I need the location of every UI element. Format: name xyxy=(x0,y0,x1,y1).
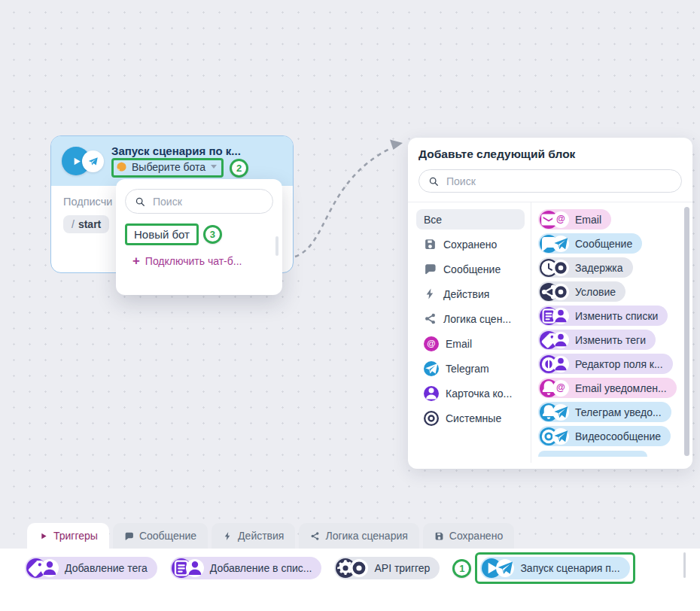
person-icon xyxy=(552,332,569,348)
lightning-icon xyxy=(223,531,233,541)
ring-icon xyxy=(350,559,368,577)
tab[interactable]: Сохранено xyxy=(423,523,514,549)
ring-icon xyxy=(552,284,569,300)
at-icon: @ xyxy=(552,211,569,228)
save-icon xyxy=(424,238,437,251)
tab[interactable]: Действия xyxy=(212,523,295,549)
telegram-icon xyxy=(496,559,514,577)
block-chip[interactable]: @ Email уведомлен... xyxy=(538,378,677,398)
tab[interactable]: Триггеры xyxy=(27,523,109,549)
step-highlight-box: Выберите бота xyxy=(111,158,224,178)
dropdown-search[interactable] xyxy=(125,189,273,214)
step-highlight-box: Добавление в спис... xyxy=(170,557,322,579)
tray-chip-group: Добавление в спис... xyxy=(170,557,322,579)
command-slash: / xyxy=(72,218,75,230)
telegram-icon xyxy=(552,236,569,252)
person-icon xyxy=(41,559,59,577)
step-highlight-box: Новый бот xyxy=(125,223,199,245)
step-highlight-box: Запуск сценария п... xyxy=(475,552,635,584)
telegram-icon xyxy=(82,150,104,172)
share-icon xyxy=(310,531,320,541)
block-chip[interactable]: Редактор поля к... xyxy=(538,354,673,374)
ring-icon xyxy=(552,260,569,276)
panel-search-input[interactable] xyxy=(445,175,672,188)
plus-icon: + xyxy=(132,255,140,268)
block-chip[interactable]: Задержка xyxy=(538,257,633,278)
tray-scrollbar[interactable] xyxy=(683,552,686,578)
target-icon xyxy=(424,411,439,426)
telegram-icon xyxy=(552,428,569,445)
lightning-icon xyxy=(424,287,437,300)
person-icon xyxy=(552,356,569,372)
panel-header: Добавьте следующий блок xyxy=(408,138,692,202)
category-item[interactable]: Системные xyxy=(416,408,525,428)
chat-bubble-icon xyxy=(424,263,437,275)
chevron-down-icon xyxy=(211,165,217,169)
block-chip[interactable]: Видеосообщение xyxy=(538,426,671,446)
block-chip-list: @ Email Сообщение Задержка Условие xyxy=(531,202,692,463)
category-item[interactable]: Все xyxy=(416,209,525,230)
flow-builder-canvas: { "colors": { "green_highlight": "#2faa5… xyxy=(0,0,700,611)
panel-title: Добавьте следующий блок xyxy=(418,147,682,161)
bot-select-popup: Новый бот 3 + Подключить чат-б... xyxy=(116,179,282,295)
at-icon: @ xyxy=(552,380,569,397)
bottom-tab-bar: Триггеры Сообщение Действия Логика сцена… xyxy=(27,523,514,549)
connect-chatbot-label: Подключить чат-б... xyxy=(145,255,242,267)
node-title: Запуск сценария по к... xyxy=(111,144,248,157)
block-chip[interactable]: Сообщение xyxy=(538,233,642,254)
person-icon xyxy=(186,559,204,577)
chat-bubble-icon xyxy=(124,531,134,541)
category-item[interactable]: Действия xyxy=(416,284,525,304)
add-block-panel: Добавьте следующий блок Все Сохранено Со… xyxy=(408,138,692,469)
play-icon xyxy=(38,531,48,541)
step-highlight-box: Добавление тега xyxy=(25,557,157,579)
bot-select-label: Выберите бота xyxy=(132,161,205,173)
share-icon xyxy=(424,312,437,325)
step-badge: 2 xyxy=(230,159,248,178)
command-text: start xyxy=(78,218,101,230)
dropdown-search-input[interactable] xyxy=(151,195,263,208)
step-badge: 1 xyxy=(452,559,471,578)
at-icon: @ xyxy=(424,336,439,351)
block-chip[interactable]: Условие xyxy=(538,281,625,302)
step-badge: 3 xyxy=(203,225,222,244)
tray-chip[interactable]: Добавление тега xyxy=(25,557,157,579)
partially-visible-chip xyxy=(538,451,647,457)
person-icon xyxy=(552,308,569,324)
person-icon xyxy=(424,386,439,401)
bot-avatar-icon xyxy=(116,161,127,172)
block-chip[interactable]: Изменить теги xyxy=(538,330,656,350)
connect-chatbot-link[interactable]: + Подключить чат-б... xyxy=(132,255,273,268)
search-icon xyxy=(428,176,439,187)
command-chip: / start xyxy=(63,215,109,233)
tray-chip-group: Добавление тега xyxy=(25,557,157,579)
panel-scrollbar[interactable] xyxy=(684,207,689,456)
tray-chip-group: API триггер xyxy=(334,557,440,579)
tray-chip[interactable]: Добавление в спис... xyxy=(170,557,322,579)
dropdown-scrollbar[interactable] xyxy=(275,236,278,256)
search-icon xyxy=(135,196,145,207)
category-item[interactable]: Telegram xyxy=(416,358,525,378)
tab[interactable]: Сообщение xyxy=(113,523,208,549)
category-item[interactable]: Логика сцен... xyxy=(416,309,525,329)
telegram-icon xyxy=(552,404,569,421)
panel-search[interactable] xyxy=(418,169,682,193)
tray-chip[interactable]: Запуск сценария п... xyxy=(480,557,629,579)
dropdown-item-new-bot[interactable]: Новый бот xyxy=(127,226,196,243)
category-item[interactable]: @ Email xyxy=(416,333,525,354)
tray-chip[interactable]: API триггер xyxy=(334,557,440,579)
step-highlight-box: API триггер xyxy=(334,557,440,579)
tab[interactable]: Логика сценария xyxy=(299,523,418,549)
block-chip[interactable]: Телеграм уведо... xyxy=(538,402,671,422)
node-icons xyxy=(62,147,104,175)
save-icon xyxy=(434,531,444,541)
telegram-icon xyxy=(424,361,439,376)
block-category-list: Все Сохранено Сообщение Действия Логика … xyxy=(408,202,531,463)
category-item[interactable]: Сохранено xyxy=(416,234,525,254)
block-chip[interactable]: @ Email xyxy=(538,209,611,230)
block-chip[interactable]: Изменить списки xyxy=(538,306,668,326)
bot-select-dropdown[interactable]: Выберите бота xyxy=(114,160,221,174)
category-item[interactable]: Карточка ко... xyxy=(416,383,525,403)
trigger-tray: Добавление тега Добавление в спис... xyxy=(0,549,700,611)
category-item[interactable]: Сообщение xyxy=(416,259,525,279)
